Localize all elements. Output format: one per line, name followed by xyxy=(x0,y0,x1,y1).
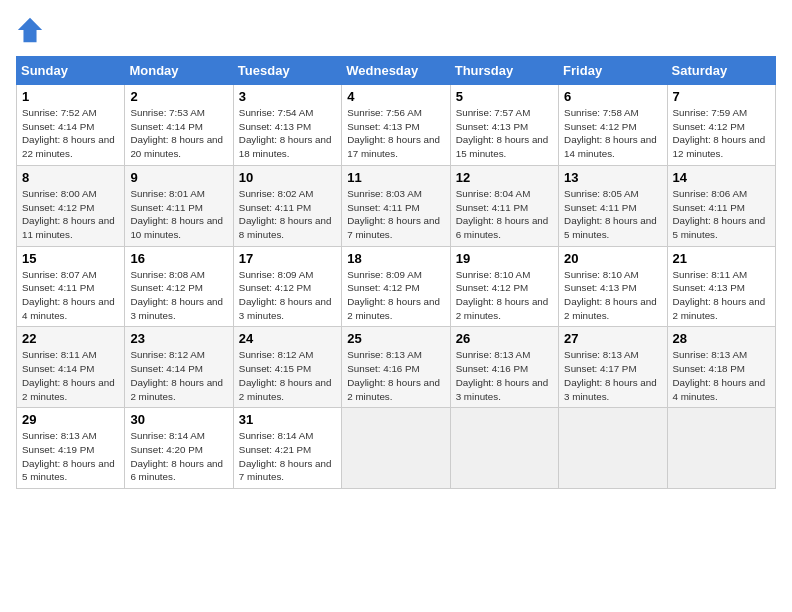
day-info: Sunrise: 8:09 AMSunset: 4:12 PMDaylight:… xyxy=(239,268,336,323)
calendar-week-row: 15Sunrise: 8:07 AMSunset: 4:11 PMDayligh… xyxy=(17,246,776,327)
day-info: Sunrise: 8:05 AMSunset: 4:11 PMDaylight:… xyxy=(564,187,661,242)
day-number: 10 xyxy=(239,170,336,185)
calendar-table: SundayMondayTuesdayWednesdayThursdayFrid… xyxy=(16,56,776,489)
day-info: Sunrise: 8:12 AMSunset: 4:14 PMDaylight:… xyxy=(130,348,227,403)
calendar-cell xyxy=(450,408,558,489)
calendar-cell: 26Sunrise: 8:13 AMSunset: 4:16 PMDayligh… xyxy=(450,327,558,408)
calendar-cell: 15Sunrise: 8:07 AMSunset: 4:11 PMDayligh… xyxy=(17,246,125,327)
calendar-cell: 11Sunrise: 8:03 AMSunset: 4:11 PMDayligh… xyxy=(342,165,450,246)
day-info: Sunrise: 8:09 AMSunset: 4:12 PMDaylight:… xyxy=(347,268,444,323)
calendar-cell: 14Sunrise: 8:06 AMSunset: 4:11 PMDayligh… xyxy=(667,165,775,246)
calendar-cell xyxy=(342,408,450,489)
calendar-cell: 1Sunrise: 7:52 AMSunset: 4:14 PMDaylight… xyxy=(17,85,125,166)
calendar-cell: 27Sunrise: 8:13 AMSunset: 4:17 PMDayligh… xyxy=(559,327,667,408)
day-info: Sunrise: 8:01 AMSunset: 4:11 PMDaylight:… xyxy=(130,187,227,242)
day-info: Sunrise: 8:13 AMSunset: 4:17 PMDaylight:… xyxy=(564,348,661,403)
day-info: Sunrise: 8:00 AMSunset: 4:12 PMDaylight:… xyxy=(22,187,119,242)
day-number: 7 xyxy=(673,89,770,104)
calendar-cell: 21Sunrise: 8:11 AMSunset: 4:13 PMDayligh… xyxy=(667,246,775,327)
calendar-cell: 28Sunrise: 8:13 AMSunset: 4:18 PMDayligh… xyxy=(667,327,775,408)
day-info: Sunrise: 8:14 AMSunset: 4:20 PMDaylight:… xyxy=(130,429,227,484)
day-number: 27 xyxy=(564,331,661,346)
calendar-cell: 20Sunrise: 8:10 AMSunset: 4:13 PMDayligh… xyxy=(559,246,667,327)
day-number: 11 xyxy=(347,170,444,185)
day-number: 2 xyxy=(130,89,227,104)
day-info: Sunrise: 8:02 AMSunset: 4:11 PMDaylight:… xyxy=(239,187,336,242)
calendar-cell: 17Sunrise: 8:09 AMSunset: 4:12 PMDayligh… xyxy=(233,246,341,327)
calendar-cell: 23Sunrise: 8:12 AMSunset: 4:14 PMDayligh… xyxy=(125,327,233,408)
day-number: 12 xyxy=(456,170,553,185)
calendar-cell: 4Sunrise: 7:56 AMSunset: 4:13 PMDaylight… xyxy=(342,85,450,166)
day-number: 25 xyxy=(347,331,444,346)
day-info: Sunrise: 7:52 AMSunset: 4:14 PMDaylight:… xyxy=(22,106,119,161)
day-number: 26 xyxy=(456,331,553,346)
day-info: Sunrise: 8:14 AMSunset: 4:21 PMDaylight:… xyxy=(239,429,336,484)
day-of-week-header: Tuesday xyxy=(233,57,341,85)
day-number: 18 xyxy=(347,251,444,266)
day-number: 24 xyxy=(239,331,336,346)
calendar-cell: 31Sunrise: 8:14 AMSunset: 4:21 PMDayligh… xyxy=(233,408,341,489)
day-number: 21 xyxy=(673,251,770,266)
calendar-cell: 30Sunrise: 8:14 AMSunset: 4:20 PMDayligh… xyxy=(125,408,233,489)
day-number: 28 xyxy=(673,331,770,346)
day-number: 14 xyxy=(673,170,770,185)
day-info: Sunrise: 7:56 AMSunset: 4:13 PMDaylight:… xyxy=(347,106,444,161)
day-number: 6 xyxy=(564,89,661,104)
day-number: 23 xyxy=(130,331,227,346)
day-info: Sunrise: 8:13 AMSunset: 4:19 PMDaylight:… xyxy=(22,429,119,484)
day-number: 13 xyxy=(564,170,661,185)
day-info: Sunrise: 8:04 AMSunset: 4:11 PMDaylight:… xyxy=(456,187,553,242)
calendar-cell: 6Sunrise: 7:58 AMSunset: 4:12 PMDaylight… xyxy=(559,85,667,166)
day-info: Sunrise: 8:11 AMSunset: 4:13 PMDaylight:… xyxy=(673,268,770,323)
day-of-week-header: Sunday xyxy=(17,57,125,85)
day-info: Sunrise: 7:53 AMSunset: 4:14 PMDaylight:… xyxy=(130,106,227,161)
calendar-cell: 3Sunrise: 7:54 AMSunset: 4:13 PMDaylight… xyxy=(233,85,341,166)
day-number: 17 xyxy=(239,251,336,266)
day-info: Sunrise: 8:13 AMSunset: 4:16 PMDaylight:… xyxy=(347,348,444,403)
day-number: 5 xyxy=(456,89,553,104)
day-number: 30 xyxy=(130,412,227,427)
calendar-week-row: 29Sunrise: 8:13 AMSunset: 4:19 PMDayligh… xyxy=(17,408,776,489)
day-number: 15 xyxy=(22,251,119,266)
day-info: Sunrise: 7:59 AMSunset: 4:12 PMDaylight:… xyxy=(673,106,770,161)
calendar-week-row: 8Sunrise: 8:00 AMSunset: 4:12 PMDaylight… xyxy=(17,165,776,246)
day-number: 20 xyxy=(564,251,661,266)
page-header xyxy=(16,16,776,44)
day-info: Sunrise: 8:10 AMSunset: 4:13 PMDaylight:… xyxy=(564,268,661,323)
calendar-cell: 24Sunrise: 8:12 AMSunset: 4:15 PMDayligh… xyxy=(233,327,341,408)
svg-marker-0 xyxy=(18,18,42,42)
calendar-header-row: SundayMondayTuesdayWednesdayThursdayFrid… xyxy=(17,57,776,85)
day-info: Sunrise: 7:58 AMSunset: 4:12 PMDaylight:… xyxy=(564,106,661,161)
calendar-cell: 2Sunrise: 7:53 AMSunset: 4:14 PMDaylight… xyxy=(125,85,233,166)
day-info: Sunrise: 8:13 AMSunset: 4:16 PMDaylight:… xyxy=(456,348,553,403)
calendar-cell xyxy=(667,408,775,489)
calendar-cell: 10Sunrise: 8:02 AMSunset: 4:11 PMDayligh… xyxy=(233,165,341,246)
day-info: Sunrise: 8:11 AMSunset: 4:14 PMDaylight:… xyxy=(22,348,119,403)
day-number: 19 xyxy=(456,251,553,266)
day-of-week-header: Saturday xyxy=(667,57,775,85)
calendar-cell: 22Sunrise: 8:11 AMSunset: 4:14 PMDayligh… xyxy=(17,327,125,408)
calendar-cell: 5Sunrise: 7:57 AMSunset: 4:13 PMDaylight… xyxy=(450,85,558,166)
day-of-week-header: Monday xyxy=(125,57,233,85)
day-number: 16 xyxy=(130,251,227,266)
calendar-cell: 12Sunrise: 8:04 AMSunset: 4:11 PMDayligh… xyxy=(450,165,558,246)
calendar-cell: 19Sunrise: 8:10 AMSunset: 4:12 PMDayligh… xyxy=(450,246,558,327)
day-info: Sunrise: 8:12 AMSunset: 4:15 PMDaylight:… xyxy=(239,348,336,403)
day-number: 3 xyxy=(239,89,336,104)
logo-icon xyxy=(16,16,44,44)
calendar-week-row: 1Sunrise: 7:52 AMSunset: 4:14 PMDaylight… xyxy=(17,85,776,166)
day-info: Sunrise: 8:10 AMSunset: 4:12 PMDaylight:… xyxy=(456,268,553,323)
logo xyxy=(16,16,48,44)
day-info: Sunrise: 7:54 AMSunset: 4:13 PMDaylight:… xyxy=(239,106,336,161)
calendar-cell: 16Sunrise: 8:08 AMSunset: 4:12 PMDayligh… xyxy=(125,246,233,327)
day-number: 22 xyxy=(22,331,119,346)
calendar-week-row: 22Sunrise: 8:11 AMSunset: 4:14 PMDayligh… xyxy=(17,327,776,408)
calendar-cell: 9Sunrise: 8:01 AMSunset: 4:11 PMDaylight… xyxy=(125,165,233,246)
day-info: Sunrise: 8:03 AMSunset: 4:11 PMDaylight:… xyxy=(347,187,444,242)
calendar-cell: 25Sunrise: 8:13 AMSunset: 4:16 PMDayligh… xyxy=(342,327,450,408)
day-number: 4 xyxy=(347,89,444,104)
calendar-cell: 7Sunrise: 7:59 AMSunset: 4:12 PMDaylight… xyxy=(667,85,775,166)
day-number: 31 xyxy=(239,412,336,427)
calendar-cell: 29Sunrise: 8:13 AMSunset: 4:19 PMDayligh… xyxy=(17,408,125,489)
day-number: 8 xyxy=(22,170,119,185)
